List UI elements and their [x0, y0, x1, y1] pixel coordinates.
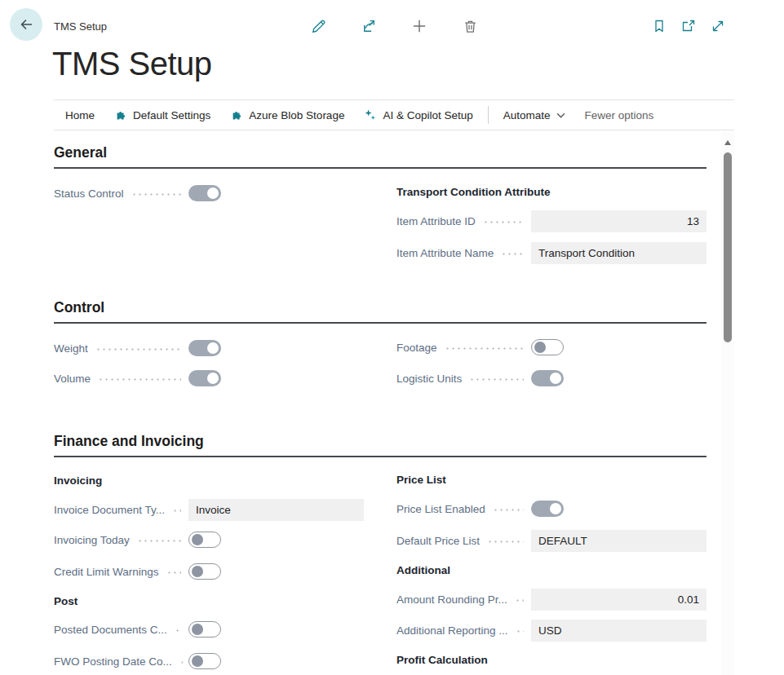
dotted-leader: [445, 347, 524, 350]
edit-button[interactable]: [308, 16, 328, 36]
tms-setup-page: TMS Setup: [0, 0, 784, 675]
puzzle-icon: [114, 108, 127, 121]
dotted-leader: [493, 509, 524, 511]
menu-item-automate[interactable]: Automate: [494, 100, 575, 130]
page-title: TMS Setup: [52, 46, 212, 82]
group-header-post: Post: [54, 593, 78, 610]
dotted-leader: [516, 630, 524, 633]
field-row-fwo-posting-date: FWO Posting Date Co...: [54, 650, 364, 673]
invoice-document-type-input[interactable]: Invoice: [188, 499, 364, 521]
puzzle-icon: [230, 108, 243, 121]
dotted-leader: [483, 221, 524, 223]
field-row-default-price-list: Default Price List DEFAULT: [396, 529, 706, 552]
vertical-scrollbar[interactable]: [721, 131, 734, 675]
dotted-leader: [95, 348, 181, 351]
field-row-volume: Volume: [54, 367, 364, 390]
status-control-toggle[interactable]: [188, 185, 221, 201]
field-label: Logistic Units: [396, 373, 462, 385]
menu-item-default-settings[interactable]: Default Settings: [104, 100, 220, 130]
menu-item-fewer-options[interactable]: Fewer options: [575, 100, 664, 130]
field-label: Amount Rounding Pr...: [396, 593, 507, 606]
field-label: Item Attribute Name: [396, 247, 494, 259]
group-header-profit-calculation: Profit Calculation: [396, 652, 488, 668]
scrollbar-thumb[interactable]: [724, 152, 732, 342]
group-header-price-list: Price List: [396, 472, 446, 488]
field-label: Default Price List: [396, 535, 480, 547]
field-label: Price List Enabled: [396, 503, 485, 515]
sparkles-icon: [364, 108, 377, 121]
dotted-leader: [98, 378, 181, 381]
bookmark-icon: [651, 18, 667, 34]
window-caption: TMS Setup: [54, 20, 107, 33]
field-label: Invoicing Today: [54, 534, 130, 546]
field-row-credit-limit-warnings: Credit Limit Warnings: [54, 560, 364, 583]
field-row-amount-rounding-precision: Amount Rounding Pr... 0.01: [396, 588, 706, 611]
dotted-leader: [137, 540, 181, 542]
menu-item-home[interactable]: Home: [55, 100, 104, 130]
field-row-invoice-document-type: Invoice Document Ty... Invoice: [54, 498, 364, 521]
delete-button[interactable]: [460, 16, 480, 36]
field-row-item-attribute-id: Item Attribute ID 13: [396, 210, 706, 232]
price-list-enabled-toggle[interactable]: [531, 501, 564, 517]
dotted-leader: [166, 571, 181, 574]
field-label: Status Control: [54, 188, 124, 200]
dotted-leader: [515, 599, 524, 602]
field-label: Invoice Document Ty...: [54, 504, 165, 516]
dotted-leader: [131, 193, 181, 196]
field-row-footage: Footage: [396, 336, 706, 359]
field-row-invoicing-today: Invoicing Today: [54, 528, 364, 551]
dotted-leader: [487, 540, 524, 543]
back-button[interactable]: [10, 8, 42, 41]
item-attribute-name-input[interactable]: Transport Condition: [531, 242, 706, 264]
fwo-posting-date-toggle[interactable]: [188, 653, 221, 669]
field-row-item-attribute-name: Item Attribute Name Transport Condition: [396, 241, 706, 264]
dotted-leader: [172, 510, 181, 512]
volume-toggle[interactable]: [188, 370, 221, 386]
field-label: Posted Documents C...: [54, 624, 167, 636]
field-label: FWO Posting Date Co...: [54, 655, 172, 668]
dotted-leader: [501, 253, 524, 255]
field-row-additional-reporting-currency: Additional Reporting ... USD: [396, 619, 706, 642]
default-price-list-input[interactable]: DEFAULT: [531, 530, 706, 552]
field-row-posted-documents: Posted Documents C...: [54, 618, 364, 641]
field-label: Volume: [54, 373, 91, 385]
open-in-new-window-button[interactable]: [679, 16, 698, 36]
menu-item-azure-blob-storage[interactable]: Azure Blob Storage: [220, 100, 354, 130]
open-in-new-window-icon: [680, 18, 697, 34]
expand-icon: [710, 18, 726, 34]
chevron-down-icon: [556, 112, 565, 118]
weight-toggle[interactable]: [188, 340, 221, 356]
expand-button[interactable]: [708, 16, 728, 36]
section-header-general: General: [54, 144, 706, 169]
share-button[interactable]: [359, 16, 379, 36]
posted-documents-toggle[interactable]: [188, 621, 221, 638]
amount-rounding-precision-input[interactable]: 0.01: [531, 589, 706, 611]
credit-limit-warnings-toggle[interactable]: [188, 563, 221, 580]
item-attribute-id-input[interactable]: 13: [531, 210, 706, 232]
bookmark-button[interactable]: [649, 16, 669, 36]
pencil-icon: [310, 18, 327, 35]
additional-reporting-currency-input[interactable]: USD: [531, 620, 706, 642]
field-label: Weight: [54, 342, 88, 355]
back-arrow-icon: [18, 16, 34, 33]
invoicing-today-toggle[interactable]: [188, 532, 221, 548]
field-row-price-list-enabled: Price List Enabled: [396, 497, 706, 520]
scrollbar-up-arrow-icon[interactable]: [724, 140, 731, 145]
footage-toggle[interactable]: [531, 339, 564, 355]
field-label: Item Attribute ID: [396, 215, 476, 227]
menu-divider: [488, 106, 489, 124]
field-row-status-control: Status Control: [54, 182, 364, 205]
dotted-leader: [179, 661, 183, 664]
share-icon: [361, 18, 378, 35]
field-label: Additional Reporting ...: [396, 624, 508, 637]
add-button[interactable]: [410, 16, 429, 36]
section-header-finance-and-invoicing: Finance and Invoicing: [54, 433, 706, 457]
action-menubar: Home Default Settings Azure Blob Storage…: [54, 99, 734, 130]
dotted-leader: [175, 629, 181, 632]
field-row-logistic-units: Logistic Units: [396, 367, 706, 390]
trash-icon: [462, 18, 479, 35]
group-header-additional: Additional: [396, 562, 450, 579]
logistic-units-toggle[interactable]: [531, 370, 564, 386]
field-row-weight: Weight: [54, 337, 364, 360]
menu-item-ai-copilot-setup[interactable]: AI & Copilot Setup: [354, 100, 482, 130]
